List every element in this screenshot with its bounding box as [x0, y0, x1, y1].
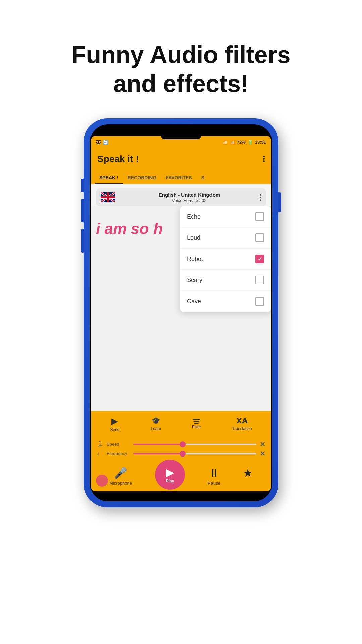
filter-loud-label: Loud	[187, 234, 200, 241]
filter-echo-checkbox[interactable]	[255, 212, 264, 221]
filter-scary[interactable]: Scary	[180, 270, 271, 291]
voice-selector[interactable]: English - United Kingdom Voice Female 20…	[96, 188, 266, 207]
filter-label: Filter	[192, 425, 201, 429]
toolbar-translation[interactable]: 𝗫𝗔 Translation	[232, 417, 252, 431]
tab-more[interactable]: S	[197, 172, 209, 184]
main-content: i am so h Echo Loud Robot Scary	[91, 206, 271, 411]
sync-icon: 🔄	[103, 140, 108, 145]
filter-cave-checkbox[interactable]	[255, 297, 264, 306]
toolbar-send[interactable]: ▶ Send	[110, 416, 119, 432]
pause-icon: ⏸	[208, 467, 219, 479]
speed-thumb[interactable]	[180, 441, 186, 447]
tab-favorites[interactable]: FAVORITES	[161, 172, 196, 184]
tab-bar: SPEAK ! RECORDING FAVORITES S	[91, 169, 271, 184]
volume-up-button	[81, 199, 84, 222]
bottom-toolbar: ▶ Send 🎓 Learn Filter 𝗫𝗔 Translation	[91, 411, 271, 437]
status-left: 🖼 🔄	[96, 140, 108, 145]
wifi-icon: 📶	[222, 140, 228, 145]
star-icon: ★	[243, 467, 253, 479]
speed-close-button[interactable]: ✕	[260, 440, 265, 448]
microphone-button[interactable]: 🎤 Microphone	[109, 467, 132, 486]
voice-info: English - United Kingdom Voice Female 20…	[119, 192, 260, 203]
pause-label: Pause	[208, 481, 220, 486]
svg-rect-8	[107, 192, 109, 202]
filter-cave-label: Cave	[187, 298, 201, 305]
clock: 13:51	[255, 140, 266, 145]
app-bar: Speak it !	[91, 149, 271, 169]
play-button[interactable]: ▶ Play	[155, 460, 185, 490]
frequency-label: Frequency	[107, 451, 130, 456]
filter-scary-label: Scary	[187, 277, 202, 284]
filter-echo-label: Echo	[187, 213, 201, 220]
filter-icon	[193, 419, 200, 424]
power-button	[278, 192, 281, 212]
speed-fill	[133, 444, 183, 445]
phone-mockup: 🖼 🔄 📶 📶 72% 🔋 13:51 Speak it ! S	[84, 118, 278, 507]
translation-label: Translation	[232, 426, 252, 431]
play-bar: 🎤 Microphone ▶ Play ⏸ Pause ★ fav	[91, 461, 271, 491]
filter-loud[interactable]: Loud	[180, 227, 271, 249]
sliders-section: 🏃 Speed ✕ ♪ Frequency ✕	[91, 437, 271, 461]
speak-text: i am so h	[96, 220, 163, 238]
speed-label: Speed	[107, 442, 130, 447]
toolbar-learn[interactable]: 🎓 Learn	[150, 417, 161, 431]
phone-screen: 🖼 🔄 📶 📶 72% 🔋 13:51 Speak it ! S	[91, 136, 271, 491]
app-title: Speak it !	[97, 154, 139, 164]
page-title: Funny Audio filters and effects!	[45, 40, 317, 98]
filter-robot-checkbox[interactable]	[255, 255, 264, 263]
frequency-fill	[133, 453, 183, 454]
frequency-close-button[interactable]: ✕	[260, 450, 265, 458]
frequency-slider-row: ♪ Frequency ✕	[97, 450, 265, 458]
status-right: 📶 📶 72% 🔋 13:51	[222, 140, 266, 145]
filter-robot-label: Robot	[187, 256, 203, 263]
microphone-icon: 🎤	[114, 467, 127, 479]
notch	[161, 136, 201, 139]
send-label: Send	[110, 427, 119, 432]
filter-loud-checkbox[interactable]	[255, 233, 264, 242]
frequency-icon: ♪	[97, 451, 103, 457]
mute-button	[81, 179, 84, 192]
battery-percent: 72%	[237, 140, 246, 145]
frequency-slider[interactable]	[133, 453, 256, 454]
image-icon: 🖼	[96, 140, 101, 145]
toolbar-filter[interactable]: Filter	[192, 419, 201, 429]
filter-cave[interactable]: Cave	[180, 291, 271, 312]
audio-filters-dropdown: Echo Loud Robot Scary Cave	[180, 206, 271, 312]
tab-speak[interactable]: SPEAK !	[95, 172, 123, 184]
translation-icon: 𝗫𝗔	[236, 417, 248, 425]
uk-flag	[101, 192, 115, 202]
send-icon: ▶	[111, 416, 118, 426]
filter-scary-checkbox[interactable]	[255, 276, 264, 284]
voice-language: English - United Kingdom	[119, 192, 260, 198]
speed-icon: 🏃	[97, 441, 103, 447]
filter-echo[interactable]: Echo	[180, 206, 271, 227]
speed-slider-row: 🏃 Speed ✕	[97, 440, 265, 448]
frequency-thumb[interactable]	[180, 451, 186, 457]
favorite-button[interactable]: ★ fav	[243, 467, 253, 486]
filter-robot[interactable]: Robot	[180, 249, 271, 270]
pink-decoration	[96, 475, 108, 487]
speed-slider[interactable]	[133, 444, 256, 445]
pause-button[interactable]: ⏸ Pause	[208, 467, 220, 486]
microphone-label: Microphone	[109, 481, 132, 486]
voice-options-button[interactable]	[260, 193, 261, 201]
more-options-button[interactable]	[263, 155, 265, 163]
play-icon: ▶	[166, 466, 174, 479]
volume-down-button	[81, 229, 84, 253]
battery-icon: 🔋	[248, 140, 253, 145]
signal-icon: 📶	[230, 140, 235, 145]
tab-recording[interactable]: RECORDING	[123, 172, 161, 184]
play-label: Play	[166, 479, 174, 483]
learn-icon: 🎓	[151, 417, 160, 425]
voice-type: Voice Female 202	[119, 198, 260, 203]
learn-label: Learn	[150, 426, 161, 431]
